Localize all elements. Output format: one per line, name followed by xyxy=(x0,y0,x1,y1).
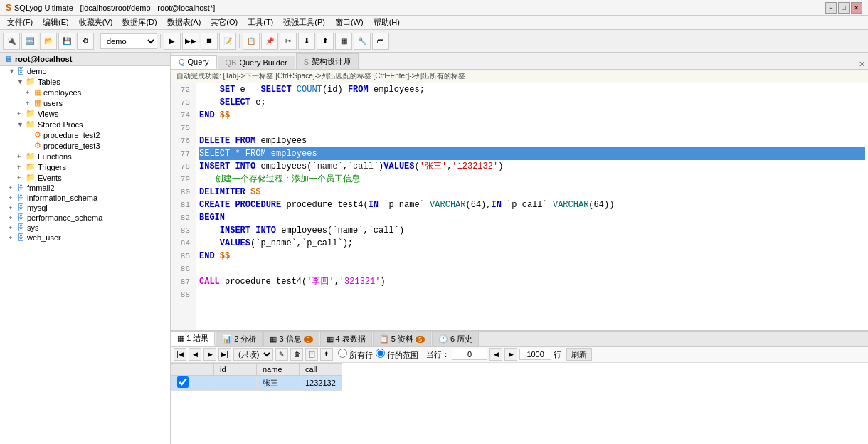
tree-item-events[interactable]: + 📁 Events xyxy=(0,172,170,183)
toolbar-format[interactable]: 📝 xyxy=(219,33,236,50)
toolbar-import[interactable]: ⬇ xyxy=(298,33,315,50)
tree-item-proc2[interactable]: ⚙ procedure_test2 xyxy=(0,130,170,140)
tree-item-demo[interactable]: ▼ 🗄 demo xyxy=(0,66,170,76)
toolbar-tables[interactable]: ▦ xyxy=(335,33,352,50)
toolbar-execute-all[interactable]: ▶▶ xyxy=(182,33,199,50)
range-rows-radio[interactable] xyxy=(376,349,385,358)
result-first[interactable]: |◀ xyxy=(174,348,186,361)
result-prev[interactable]: ◀ xyxy=(189,348,201,361)
db-icon-demo: 🗄 xyxy=(17,67,25,75)
result-last[interactable]: ▶| xyxy=(218,348,231,361)
tree-item-performance-schema[interactable]: + 🗄 performance_schema xyxy=(0,213,170,223)
line-num-83: 83 xyxy=(174,224,193,237)
bottom-tab-tabledata[interactable]: ▦ 4 表数据 xyxy=(320,332,372,346)
bottom-tab-result[interactable]: ▦ 1 结果 xyxy=(171,331,215,346)
menu-database[interactable]: 数据库(D) xyxy=(118,16,161,29)
close-panel-button[interactable]: ✕ xyxy=(859,60,865,69)
toolbar-copy[interactable]: 📋 xyxy=(243,33,260,50)
result-edit[interactable]: ✎ xyxy=(275,348,288,361)
tab-query-builder[interactable]: QB Query Builder xyxy=(218,56,295,69)
close-button[interactable]: ✕ xyxy=(851,2,862,14)
result-mode-select[interactable]: (只读) xyxy=(233,348,273,361)
bottom-tab-history[interactable]: 🕐 6 历史 xyxy=(432,332,479,346)
toolbar-connect[interactable]: 🔌 xyxy=(3,33,20,50)
range-rows-label: 行的范围 xyxy=(387,351,418,359)
bottom-section: ▦ 1 结果 📊 2 分析 ▦ 3 信息 3 ▦ 4 表数据 xyxy=(171,330,868,444)
tree-item-storedprocs[interactable]: ▼ 📁 Stored Procs xyxy=(0,119,170,130)
result-next[interactable]: ▶ xyxy=(203,348,216,361)
schema-icon: S xyxy=(304,58,309,66)
result-delete[interactable]: 🗑 xyxy=(290,348,303,361)
code-line-74: END $$ xyxy=(199,109,865,122)
tree-item-proc3[interactable]: ⚙ procedure_test3 xyxy=(0,140,170,151)
tree-item-functions[interactable]: + 📁 Functions xyxy=(0,151,170,162)
database-dropdown[interactable]: demo xyxy=(100,33,157,49)
result-prev-row[interactable]: ◀ xyxy=(489,348,502,361)
row-checkbox[interactable] xyxy=(177,376,189,388)
proc-icon-proc2: ⚙ xyxy=(34,130,41,139)
expand-icon-demo: ▼ xyxy=(9,68,17,75)
toolbar-backup[interactable]: 🗃 xyxy=(372,33,389,50)
tree-item-sys[interactable]: + 🗄 sys xyxy=(0,223,170,233)
tree-item-fmmall2[interactable]: + 🗄 fmmall2 xyxy=(0,183,170,193)
toolbar-save[interactable]: 💾 xyxy=(58,33,75,50)
bottom-tab-profile[interactable]: 📋 5 资料 5 xyxy=(373,332,431,346)
all-rows-radio-label: 所有行 xyxy=(338,349,373,361)
refresh-button[interactable]: 刷新 xyxy=(566,348,592,361)
tree-item-tables[interactable]: ▼ 📁 Tables xyxy=(0,76,170,87)
maximize-button[interactable]: □ xyxy=(838,2,850,14)
tree-item-employees[interactable]: + ▦ employees xyxy=(0,87,170,97)
line-num-88: 88 xyxy=(174,288,193,301)
tree-item-users[interactable]: + ▦ users xyxy=(0,97,170,108)
toolbar-export[interactable]: ⬆ xyxy=(317,33,334,50)
menu-powertools[interactable]: 强强工具(P) xyxy=(279,16,329,29)
result-export[interactable]: ⬆ xyxy=(320,348,333,361)
tab-schema-designer[interactable]: S 架构设计师 xyxy=(296,53,359,69)
tree-item-information-schema[interactable]: + 🗄 information_schema xyxy=(0,193,170,203)
tab-query-label: Query xyxy=(188,58,209,66)
tree-item-views[interactable]: + 📁 Views xyxy=(0,108,170,119)
menu-help[interactable]: 帮助(H) xyxy=(369,16,404,29)
tab-schema-designer-label: 架构设计师 xyxy=(312,56,351,67)
result-copy[interactable]: 📋 xyxy=(305,348,318,361)
bottom-tab-analysis[interactable]: 📊 2 分析 xyxy=(216,332,263,346)
menu-other[interactable]: 其它(O) xyxy=(206,16,242,29)
line-num-76: 76 xyxy=(174,134,193,147)
bottom-tab-info[interactable]: ▦ 3 信息 3 xyxy=(263,332,319,346)
current-row-input[interactable] xyxy=(452,349,487,360)
expand-icon-mysql: + xyxy=(9,204,17,211)
tree-label-demo: demo xyxy=(27,67,47,75)
table-row[interactable]: 张三 1232132 xyxy=(171,376,342,391)
toolbar-stop[interactable]: ⏹ xyxy=(201,33,218,50)
toolbar-cut[interactable]: ✂ xyxy=(280,33,297,50)
toolbar-execute[interactable]: ▶ xyxy=(164,33,181,50)
toolbar-open[interactable]: 📂 xyxy=(40,33,57,50)
menu-edit[interactable]: 编辑(E) xyxy=(38,16,73,29)
menu-window[interactable]: 窗口(W) xyxy=(331,16,368,29)
tree-item-mysql[interactable]: + 🗄 mysql xyxy=(0,203,170,213)
per-page-input[interactable] xyxy=(519,349,551,360)
toolbar-schema[interactable]: 🔧 xyxy=(354,33,371,50)
tree-item-triggers[interactable]: + 📁 Triggers xyxy=(0,162,170,172)
toolbar-separator-3 xyxy=(239,34,240,48)
menu-favorites[interactable]: 收藏夹(V) xyxy=(75,16,117,29)
tab-query[interactable]: Q Query xyxy=(171,55,217,69)
editor-area[interactable]: 72 73 74 75 76 77 78 79 80 81 82 83 84 8… xyxy=(171,83,868,330)
tab-query-builder-label: Query Builder xyxy=(239,58,287,67)
bottom-tab-analysis-label: 2 分析 xyxy=(234,334,256,344)
tree-item-web-user[interactable]: + 🗄 web_user xyxy=(0,233,170,243)
menu-table[interactable]: 数据表(A) xyxy=(163,16,206,29)
current-row-label: 当行： xyxy=(426,349,450,360)
all-rows-radio[interactable] xyxy=(338,349,347,358)
minimize-button[interactable]: − xyxy=(825,2,837,14)
code-lines[interactable]: SET e = SELECT COUNT(id) FROM employees;… xyxy=(196,83,868,330)
toolbar-new[interactable]: 🆕 xyxy=(21,33,38,50)
menu-tools[interactable]: 工具(T) xyxy=(243,16,277,29)
toolbar-paste[interactable]: 📌 xyxy=(261,33,278,50)
bottom-tab-bar: ▦ 1 结果 📊 2 分析 ▦ 3 信息 3 ▦ 4 表数据 xyxy=(171,331,868,347)
profile-icon: 📋 xyxy=(379,334,389,344)
line-num-72: 72 xyxy=(174,83,193,96)
toolbar-settings[interactable]: ⚙ xyxy=(77,33,94,50)
result-next-row[interactable]: ▶ xyxy=(504,348,517,361)
menu-file[interactable]: 文件(F) xyxy=(3,16,37,29)
